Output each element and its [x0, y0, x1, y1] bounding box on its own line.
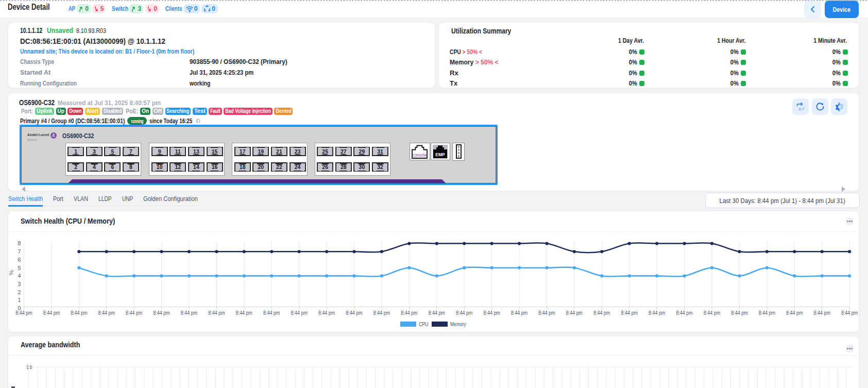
svg-text:6: 6	[18, 257, 21, 263]
svg-text:8:44 pm: 8:44 pm	[98, 310, 115, 316]
svg-text:8:44 pm: 8:44 pm	[291, 310, 308, 316]
svg-text:8:44 pm: 8:44 pm	[676, 310, 692, 316]
svg-text:8:44 pm: 8:44 pm	[456, 310, 472, 316]
svg-text:8:44 pm: 8:44 pm	[621, 310, 638, 316]
svg-text:8:44 pm: 8:44 pm	[731, 310, 747, 316]
svg-text:EMP: EMP	[435, 152, 445, 157]
svg-text:8:44 pm: 8:44 pm	[208, 310, 225, 316]
svg-text:8:44 pm: 8:44 pm	[401, 310, 417, 316]
svg-text:8:44 pm: 8:44 pm	[43, 310, 60, 316]
svg-text:8:44 pm: 8:44 pm	[318, 310, 335, 316]
svg-text:8:44 pm: 8:44 pm	[566, 310, 583, 316]
svg-text:2: 2	[18, 289, 21, 295]
svg-text:8:44 pm: 8:44 pm	[511, 310, 527, 316]
svg-text:7: 7	[18, 248, 21, 255]
svg-text:5: 5	[18, 265, 21, 271]
svg-text:8:44 pm: 8:44 pm	[593, 310, 610, 316]
svg-text:8:44 pm: 8:44 pm	[181, 310, 197, 316]
svg-text:console: console	[413, 153, 427, 157]
svg-text:8:44 pm: 8:44 pm	[759, 310, 775, 316]
svg-text:1: 1	[18, 297, 21, 303]
svg-text:8:44 pm: 8:44 pm	[538, 310, 555, 316]
svg-text:8:44 pm: 8:44 pm	[429, 310, 445, 316]
svg-text:8:44 pm: 8:44 pm	[15, 310, 32, 316]
svg-text:8: 8	[18, 240, 21, 246]
svg-text:8:44 pm: 8:44 pm	[153, 310, 169, 316]
svg-text:8:44 pm: 8:44 pm	[263, 310, 280, 316]
svg-text:%: %	[8, 270, 14, 275]
svg-text:8:44 pm: 8:44 pm	[346, 310, 362, 316]
svg-text:8:44 pm: 8:44 pm	[71, 310, 87, 316]
svg-text:4: 4	[18, 273, 21, 279]
svg-text:8:44 pm: 8:44 pm	[126, 310, 142, 316]
svg-text:8:44 pm: 8:44 pm	[649, 310, 665, 316]
svg-text:8:44 pm: 8:44 pm	[813, 310, 830, 316]
svg-text:8:44 pm: 8:44 pm	[373, 310, 390, 316]
svg-text:8:44 pm: 8:44 pm	[841, 310, 858, 316]
svg-text:3: 3	[18, 281, 21, 287]
svg-text:8:44 pm: 8:44 pm	[236, 310, 252, 316]
svg-text:8:44 pm: 8:44 pm	[704, 310, 720, 316]
svg-text:8:44 pm: 8:44 pm	[786, 310, 803, 316]
svg-text:8:44 pm: 8:44 pm	[483, 310, 500, 316]
svg-text:1 b: 1 b	[26, 364, 32, 370]
